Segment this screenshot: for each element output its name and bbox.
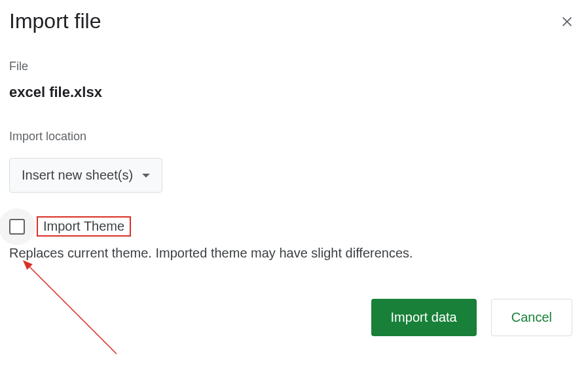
import-theme-label-highlight: Import Theme — [37, 216, 131, 237]
import-theme-label: Import Theme — [43, 219, 124, 234]
close-icon — [560, 14, 574, 29]
import-data-button[interactable]: Import data — [371, 299, 477, 336]
dialog-title: Import file — [9, 9, 101, 33]
import-location-selected: Insert new sheet(s) — [22, 168, 133, 183]
button-row: Import data Cancel — [9, 299, 579, 336]
import-theme-description: Replaces current theme. Imported theme m… — [9, 246, 579, 261]
dialog-header: Import file — [9, 9, 579, 33]
file-name: excel file.xlsx — [9, 84, 579, 101]
import-theme-row: Import Theme — [9, 216, 579, 237]
import-location-dropdown[interactable]: Insert new sheet(s) — [9, 158, 162, 193]
file-label: File — [9, 60, 579, 73]
caret-down-icon — [142, 174, 150, 178]
import-theme-checkbox[interactable] — [9, 219, 25, 235]
import-location-label: Import location — [9, 130, 579, 144]
cancel-button[interactable]: Cancel — [491, 299, 572, 336]
close-button[interactable] — [555, 10, 579, 33]
